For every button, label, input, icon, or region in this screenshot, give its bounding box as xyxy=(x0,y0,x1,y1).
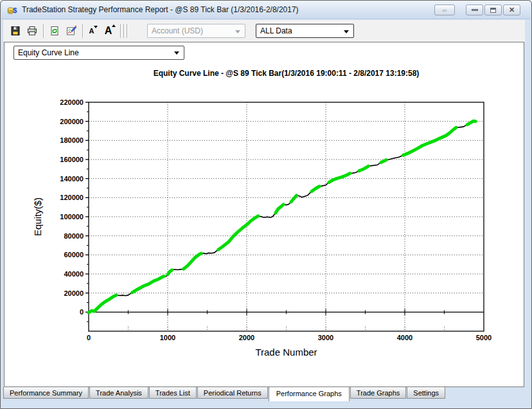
content-area: 0200004000060000800001000001200001400001… xyxy=(4,42,524,387)
svg-text:5000: 5000 xyxy=(476,334,492,341)
minimize-icon xyxy=(472,9,478,11)
print-button[interactable] xyxy=(24,23,40,39)
interval-selector[interactable]: ALL Data xyxy=(256,24,354,38)
svg-text:Equity($): Equity($) xyxy=(32,197,43,236)
refresh-button[interactable] xyxy=(46,23,63,39)
toolbar-separator xyxy=(123,24,124,38)
svg-text:140000: 140000 xyxy=(60,175,84,183)
title-bar[interactable]: $ TradeStation Strategy Performance Repo… xyxy=(1,1,531,19)
restore-icon xyxy=(490,8,496,13)
toolbar-separator xyxy=(120,24,121,38)
chevron-down-icon xyxy=(174,51,179,55)
increase-font-icon: A xyxy=(105,25,117,37)
svg-text:4000: 4000 xyxy=(397,334,412,341)
svg-text:60000: 60000 xyxy=(64,251,84,259)
expand-window-button[interactable]: ⇔ xyxy=(434,5,455,15)
chevron-down-icon xyxy=(344,30,349,33)
coins-dollar-icon: $ xyxy=(7,5,17,15)
minimize-button[interactable] xyxy=(466,5,483,15)
tab-performance-graphs[interactable]: Performance Graphs xyxy=(269,387,350,401)
svg-text:1000: 1000 xyxy=(160,334,175,341)
increase-font-button[interactable]: A xyxy=(102,23,119,39)
account-selector-value: Account (USD) xyxy=(152,26,203,35)
save-button[interactable] xyxy=(7,23,24,39)
svg-text:$: $ xyxy=(13,6,17,14)
svg-text:200000: 200000 xyxy=(60,118,84,125)
tab-trade-graphs[interactable]: Trade Graphs xyxy=(350,387,406,399)
svg-text:220000: 220000 xyxy=(60,98,84,106)
svg-text:Trade Number: Trade Number xyxy=(255,347,317,358)
window-controls: ⇔ ✕ xyxy=(434,5,520,15)
svg-text:100000: 100000 xyxy=(60,213,84,221)
svg-text:0: 0 xyxy=(80,308,84,316)
toolbar-separator xyxy=(127,24,127,38)
svg-text:3000: 3000 xyxy=(318,334,333,341)
tab-trades-list[interactable]: Trades List xyxy=(149,387,197,399)
svg-text:120000: 120000 xyxy=(60,194,84,201)
restore-button[interactable] xyxy=(484,5,502,15)
interval-selector-value: ALL Data xyxy=(260,26,292,35)
chevron-down-icon xyxy=(235,30,240,33)
save-icon xyxy=(10,25,21,37)
tab-periodical-returns[interactable]: Periodical Returns xyxy=(197,387,268,399)
close-button[interactable]: ✕ xyxy=(503,5,520,15)
equity-curve-chart: 0200004000060000800001000001200001400001… xyxy=(4,42,525,386)
tab-settings[interactable]: Settings xyxy=(407,387,445,399)
close-icon: ✕ xyxy=(509,6,515,14)
graph-type-selector-value: Equity Curve Line xyxy=(18,48,79,57)
format-button[interactable] xyxy=(63,23,80,39)
svg-text:80000: 80000 xyxy=(64,232,84,240)
graph-type-selector[interactable]: Equity Curve Line xyxy=(13,46,184,60)
svg-text:180000: 180000 xyxy=(60,136,84,144)
expand-icon: ⇔ xyxy=(441,6,448,14)
svg-text:0: 0 xyxy=(87,334,91,341)
toolbar: A A Account (USD) ALL Data xyxy=(3,20,525,42)
decrease-font-button[interactable]: A xyxy=(85,23,102,39)
tab-trade-analysis[interactable]: Trade Analysis xyxy=(89,387,148,399)
decrease-font-icon: A xyxy=(89,27,99,35)
svg-text:160000: 160000 xyxy=(60,156,84,163)
format-icon xyxy=(66,25,77,37)
svg-text:40000: 40000 xyxy=(64,270,84,278)
toolbar-separator xyxy=(43,24,44,38)
tab-bar: Performance SummaryTrade AnalysisTrades … xyxy=(3,387,525,403)
toolbar-separator xyxy=(82,24,83,38)
window: $ TradeStation Strategy Performance Repo… xyxy=(0,0,532,409)
account-selector[interactable]: Account (USD) xyxy=(147,24,245,38)
tab-performance-summary[interactable]: Performance Summary xyxy=(3,387,89,399)
svg-text:Equity Curve Line - @S 89 Tick: Equity Curve Line - @S 89 Tick Bar(1/3/2… xyxy=(154,69,420,78)
window-title: TradeStation Strategy Performance Report… xyxy=(22,5,299,14)
svg-text:20000: 20000 xyxy=(64,289,84,297)
print-icon xyxy=(26,25,38,37)
refresh-icon xyxy=(49,25,60,37)
svg-text:2000: 2000 xyxy=(239,334,254,341)
